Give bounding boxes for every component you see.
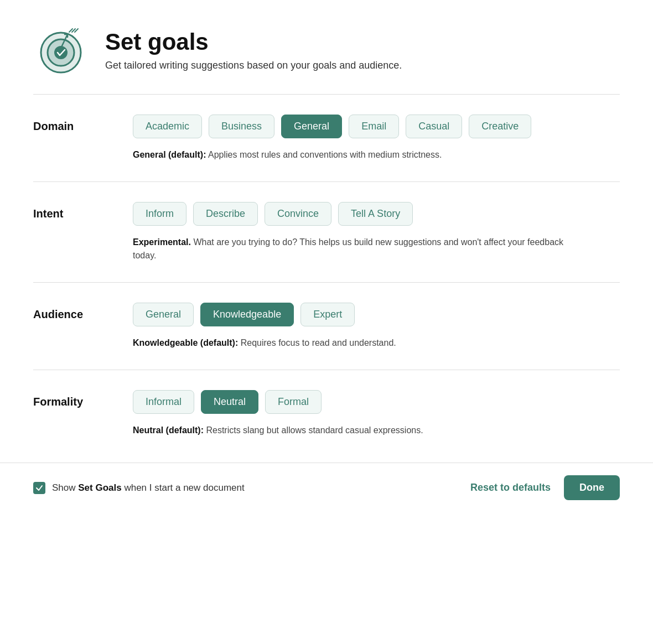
domain-btn-group: Academic Business General Email Casual C… [133,115,620,138]
formality-desc-bold: Neutral (default): [133,425,204,435]
audience-label: Audience [33,303,111,321]
domain-label: Domain [33,115,111,133]
audience-btn-general[interactable]: General [133,303,194,326]
domain-btn-creative[interactable]: Creative [469,115,531,138]
intent-btn-tell-a-story[interactable]: Tell A Story [338,202,413,226]
formality-label: Formality [33,390,111,408]
header-text: Set goals Get tailored writing suggestio… [105,29,402,71]
domain-desc-text: Applies most rules and conventions with … [206,150,442,159]
intent-btn-group: Inform Describe Convince Tell A Story [133,202,620,226]
formality-desc-text: Restricts slang but allows standard casu… [204,425,423,435]
domain-section: Domain Academic Business General Email C… [33,95,620,181]
audience-desc-bold: Knowledgeable (default): [133,338,238,347]
formality-btn-neutral[interactable]: Neutral [201,390,258,414]
main-container: Set goals Get tailored writing suggestio… [0,0,653,457]
intent-btn-convince[interactable]: Convince [265,202,331,226]
formality-btn-group: Informal Neutral Formal [133,390,620,414]
show-goals-label-bold: Set Goals [78,482,121,493]
footer-left: Show Set Goals when I start a new docume… [33,482,245,494]
intent-btn-describe[interactable]: Describe [193,202,258,226]
intent-btn-inform[interactable]: Inform [133,202,186,226]
audience-content: General Knowledgeable Expert Knowledgeab… [133,303,620,350]
formality-content: Informal Neutral Formal Neutral (default… [133,390,620,437]
header: Set goals Get tailored writing suggestio… [33,22,620,77]
footer: Show Set Goals when I start a new docume… [0,463,653,512]
audience-btn-group: General Knowledgeable Expert [133,303,620,326]
formality-btn-informal[interactable]: Informal [133,390,194,414]
show-goals-checkbox[interactable] [33,482,45,494]
intent-desc-bold: Experimental. [133,237,191,247]
domain-btn-email[interactable]: Email [349,115,399,138]
done-button[interactable]: Done [564,475,620,500]
intent-section: Intent Inform Describe Convince Tell A S… [33,182,620,282]
reset-defaults-button[interactable]: Reset to defaults [470,482,551,494]
page-subtitle: Get tailored writing suggestions based o… [105,60,402,71]
audience-desc-text: Requires focus to read and understand. [238,338,396,347]
show-goals-checkbox-wrapper[interactable]: Show Set Goals when I start a new docume… [33,482,245,494]
set-goals-icon [33,22,89,77]
audience-section: Audience General Knowledgeable Expert Kn… [33,283,620,370]
intent-label: Intent [33,202,111,220]
domain-description: General (default): Applies most rules an… [133,148,587,162]
domain-content: Academic Business General Email Casual C… [133,115,620,162]
formality-section: Formality Informal Neutral Formal Neutra… [33,370,620,457]
page-title: Set goals [105,29,402,55]
domain-btn-business[interactable]: Business [209,115,274,138]
domain-btn-academic[interactable]: Academic [133,115,202,138]
audience-btn-knowledgeable[interactable]: Knowledgeable [200,303,294,326]
intent-content: Inform Describe Convince Tell A Story Ex… [133,202,620,262]
domain-btn-general[interactable]: General [281,115,342,138]
formality-btn-formal[interactable]: Formal [265,390,322,414]
audience-btn-expert[interactable]: Expert [300,303,355,326]
domain-desc-bold: General (default): [133,150,206,159]
footer-right: Reset to defaults Done [470,475,620,500]
show-goals-label-suffix: when I start a new document [122,482,245,493]
formality-description: Neutral (default): Restricts slang but a… [133,424,587,437]
show-goals-label: Show Set Goals when I start a new docume… [52,482,245,494]
intent-desc-text: What are you trying to do? This helps us… [133,237,563,260]
audience-description: Knowledgeable (default): Requires focus … [133,336,587,350]
intent-description: Experimental. What are you trying to do?… [133,236,587,262]
domain-btn-casual[interactable]: Casual [406,115,462,138]
